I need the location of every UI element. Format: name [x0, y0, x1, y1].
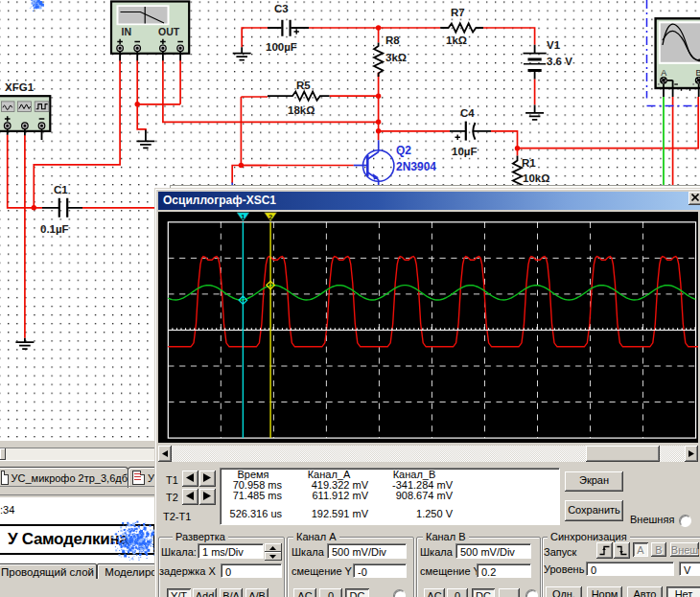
scope-scroll-left-button[interactable] — [158, 446, 172, 462]
sheet-tab-label: УС_микрофо 2тр_3,6дб — [12, 472, 128, 484]
xfg-terminals[interactable] — [4, 123, 44, 129]
trigger-level-label: Уровень — [544, 563, 584, 575]
label-c3: C3 — [274, 3, 289, 14]
scope-scroll-right-button[interactable] — [685, 446, 698, 462]
channel-a-ac-button[interactable]: AC — [293, 588, 316, 597]
channel-b-ac-button[interactable]: AC — [424, 588, 445, 597]
t2t1-b: 1.250 V — [372, 509, 456, 519]
trigger-source-ext-button[interactable]: Внеш — [670, 542, 699, 557]
channel-a-dc-button[interactable]: DC — [345, 588, 369, 597]
trigger-source-a-button[interactable]: A — [633, 542, 648, 557]
trace-zero-axis-line — [168, 327, 695, 330]
t2-time: 71.485 ms — [221, 491, 286, 501]
trigger-single-button[interactable]: Одн. — [546, 586, 582, 597]
label-r1-value: 10kΩ — [523, 172, 549, 184]
falling-edge-icon — [616, 544, 628, 557]
t1-label: T1 — [166, 474, 178, 486]
bode-plotter-icon[interactable]: IN OUT — [111, 2, 189, 61]
channel-a-0-button[interactable]: 0 — [319, 588, 342, 597]
trigger-rising-edge-button[interactable] — [596, 542, 613, 559]
timebase-scale-field[interactable]: 1 ms/Div — [198, 543, 264, 559]
trigger-none-button[interactable]: Нет — [666, 586, 700, 597]
channel-b-minus-button[interactable]: - — [499, 588, 520, 597]
channel-b-scale-field[interactable]: 500 mV/Div — [455, 543, 531, 559]
trigger-auto-button[interactable]: Авто — [627, 586, 663, 597]
channel-a-radio[interactable] — [393, 589, 406, 597]
save-button-label: Сохранить — [568, 504, 620, 516]
label-r8: R8 — [385, 34, 400, 46]
mode-ba-button[interactable]: B/A — [220, 588, 243, 597]
timebase-title: Развертка — [173, 531, 228, 542]
mode-ab-button[interactable]: A/B — [245, 588, 268, 597]
t2-right-button[interactable] — [199, 489, 216, 505]
scope-scrollbar-thumb[interactable] — [586, 446, 660, 462]
channel-b-group: Канал B Шкала 500 mV/Div смещение Y 0.2 … — [416, 537, 541, 597]
trigger-edge-label: Запуск — [544, 546, 576, 558]
t1-left-button[interactable] — [182, 471, 198, 487]
trigger-normal-button[interactable]: Норм — [587, 586, 622, 597]
external-label: Внешняя — [630, 514, 674, 525]
readout-row-t2: 71.485 ms 611.912 mV 908.674 mV — [221, 491, 559, 501]
sheet-tab-active[interactable]: УС_микрофо 2тр_3,6дб — [0, 467, 128, 488]
label-c4-value: 10µF — [452, 146, 477, 157]
label-c3-value: 100µF — [266, 41, 297, 53]
schematic-document-icon — [132, 471, 145, 485]
timebase-scale-up[interactable] — [265, 543, 282, 552]
scope-screen: 12 — [158, 212, 698, 443]
channel-b-radio[interactable] — [525, 589, 538, 597]
right-arrow-icon — [688, 450, 694, 457]
t2t1-label: T2-T1 — [163, 511, 191, 522]
trigger-level-field[interactable]: 0 — [586, 562, 674, 576]
mode-add-button[interactable]: Add — [193, 588, 217, 597]
save-button[interactable]: Сохранить — [565, 500, 623, 521]
t2-label: T2 — [166, 492, 178, 503]
square-wave-button[interactable] — [35, 102, 49, 112]
label-q2-value: 2N3904 — [396, 160, 436, 173]
main-scrollbar-thumb[interactable] — [0, 448, 6, 460]
trigger-source-b-button[interactable]: B — [651, 542, 666, 557]
trigger-falling-edge-button[interactable] — [614, 542, 630, 559]
sine-wave-button[interactable] — [2, 102, 15, 112]
timebase-scale-down[interactable] — [265, 552, 282, 561]
t1-right-button[interactable] — [199, 471, 216, 487]
channel-b-title: Канал B — [423, 531, 469, 542]
channel-a-offset-field[interactable]: -0 — [353, 563, 407, 578]
channel-b-0-button[interactable]: 0 — [447, 588, 468, 597]
t2-left-button[interactable] — [182, 489, 198, 505]
label-v1-value: 3.6 V — [547, 56, 572, 67]
readout-table: Время Канал_A Канал_B 70.958 ms 419.322 … — [220, 468, 560, 525]
channel-b-offset-field[interactable]: 0.2 — [477, 563, 531, 578]
label-r7-value: 1kΩ — [446, 34, 467, 46]
scope-icon-a-label: A — [661, 68, 666, 78]
window-title-bar[interactable]: Осциллограф-XSC1 — [158, 192, 700, 210]
view-tab-label: Проводящий слой — [1, 566, 94, 578]
label-c4: C4 — [460, 107, 475, 119]
label-q2: Q2 — [396, 144, 411, 157]
screen-button[interactable]: Экран — [565, 471, 623, 492]
oscilloscope-window[interactable]: Осциллограф-XSC1 12 T1 T2 T2-T1 Время — [154, 188, 700, 597]
close-button[interactable] — [688, 192, 700, 205]
right-arrow-icon — [203, 473, 211, 482]
external-radio[interactable] — [679, 515, 691, 527]
channel-b-dc-button[interactable]: DC — [472, 588, 495, 597]
label-r5: R5 — [296, 80, 311, 91]
mode-yt-button[interactable]: Y/T — [167, 588, 191, 597]
scope-scrollbar[interactable] — [158, 446, 698, 462]
left-arrow-icon — [186, 492, 194, 500]
triangle-wave-button[interactable] — [17, 102, 31, 112]
timebase-xpos-label: задержка X — [159, 565, 216, 577]
rising-edge-icon — [598, 544, 611, 557]
trigger-group: Синхронизация Запуск A B Внеш Уровень 0 … — [542, 537, 700, 597]
up-arrow-icon — [269, 546, 276, 550]
channel-a-offset-label: смещение Y — [292, 565, 352, 577]
document-icon — [1, 471, 9, 485]
channel-a-scale-field[interactable]: 500 mV/Div — [327, 543, 407, 559]
scope-display: 12 — [158, 212, 698, 443]
right-arrow-icon — [203, 492, 211, 500]
trigger-level-unit[interactable]: V — [679, 562, 700, 576]
channel-b-offset-label: смещение Y — [420, 565, 480, 577]
left-arrow-icon — [186, 473, 194, 482]
timebase-xpos-field[interactable]: 0 — [221, 563, 282, 578]
readout-zone: T1 T2 T2-T1 Время Канал_A Канал_B 70.958… — [158, 462, 700, 529]
label-c1: C1 — [54, 184, 68, 195]
